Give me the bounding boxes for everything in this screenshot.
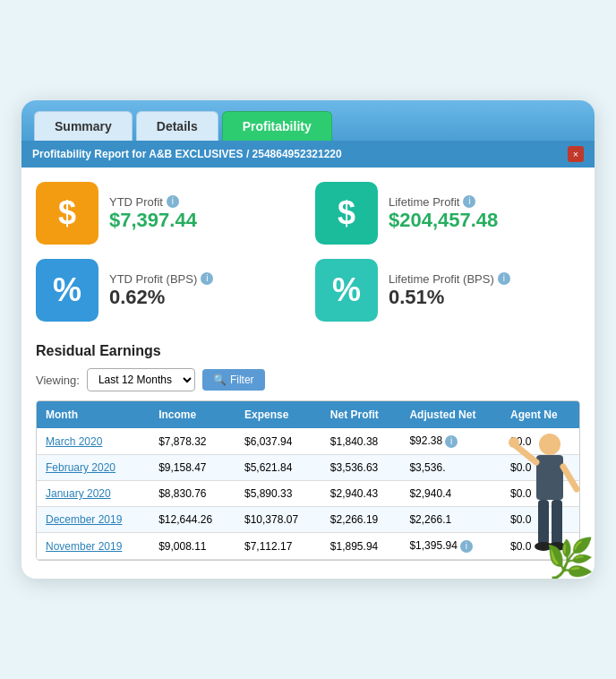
table-header-row: Month Income Expense Net Profit Adjusted… xyxy=(37,401,579,428)
lifetime-bps-value: 0.51% xyxy=(389,286,510,309)
lifetime-profit-info-icon[interactable]: i xyxy=(463,195,475,208)
cell-income: $9,008.11 xyxy=(150,533,235,560)
ytd-bps-info-icon[interactable]: i xyxy=(201,272,213,285)
viewing-row: Viewing: Last 12 Months Last 6 Months Th… xyxy=(21,365,595,400)
viewing-label: Viewing: xyxy=(36,374,80,387)
cell-month: December 2019 xyxy=(37,507,150,533)
ytd-profit-icon: $ xyxy=(36,182,98,245)
filter-icon: 🔍 xyxy=(213,374,227,386)
cell-expense: $7,112.17 xyxy=(235,533,321,560)
adjusted-net-info-icon[interactable]: i xyxy=(445,435,458,448)
table-row: March 2020$7,878.32$6,037.94$1,840.38$92… xyxy=(37,428,579,455)
filter-button[interactable]: 🔍 Filter xyxy=(202,369,265,391)
lifetime-profit-icon: $ xyxy=(315,182,378,245)
residual-section-title: Residual Earnings xyxy=(21,336,595,365)
table-row: January 2020$8,830.76$5,890.33$2,940.43$… xyxy=(37,481,579,507)
lifetime-bps-info: Lifetime Profit (BPS) i 0.51% xyxy=(389,272,510,309)
cell-agent-net: $0.0 xyxy=(501,507,579,533)
month-link[interactable]: November 2019 xyxy=(46,540,122,553)
lifetime-profit-label: Lifetime Profit i xyxy=(389,195,498,209)
lifetime-profit-card: $ Lifetime Profit i $204,457.48 xyxy=(315,182,580,245)
cell-net-profit: $3,536.63 xyxy=(321,455,401,481)
ytd-bps-label: YTD Profit (BPS) i xyxy=(109,272,213,286)
report-header-text: Profitability Report for A&B EXCLUSIVES … xyxy=(32,148,342,160)
lifetime-bps-info-icon[interactable]: i xyxy=(498,272,510,285)
cell-adjusted-net: $2,940.4 xyxy=(400,481,501,507)
cell-expense: $10,378.07 xyxy=(235,507,321,533)
col-net-profit: Net Profit xyxy=(321,401,401,428)
cell-net-profit: $1,895.94 xyxy=(321,533,401,560)
lifetime-bps-card: % Lifetime Profit (BPS) i 0.51% xyxy=(315,259,580,322)
cell-expense: $5,890.33 xyxy=(235,481,321,507)
tab-profitability[interactable]: Profitability xyxy=(222,111,332,141)
cell-month: February 2020 xyxy=(37,455,150,481)
month-link[interactable]: December 2019 xyxy=(46,513,122,526)
ytd-profit-label: YTD Profit i xyxy=(109,195,197,209)
month-link[interactable]: January 2020 xyxy=(46,487,111,500)
ytd-profit-card: $ YTD Profit i $7,397.44 xyxy=(36,182,301,245)
viewing-select[interactable]: Last 12 Months Last 6 Months This Year A… xyxy=(87,368,195,391)
cell-adjusted-net: $92.38i xyxy=(400,428,501,455)
cell-net-profit: $2,940.43 xyxy=(321,481,401,507)
report-header-bar: Profitability Report for A&B EXCLUSIVES … xyxy=(21,141,595,168)
cell-net-profit: $2,266.19 xyxy=(321,507,401,533)
cell-adjusted-net: $1,395.94i xyxy=(400,533,501,560)
tab-summary[interactable]: Summary xyxy=(34,111,133,141)
table-row: February 2020$9,158.47$5,621.84$3,536.63… xyxy=(37,455,579,481)
table-row: December 2019$12,644.26$10,378.07$2,266.… xyxy=(37,507,579,533)
cell-month: January 2020 xyxy=(37,481,150,507)
lifetime-bps-label: Lifetime Profit (BPS) i xyxy=(389,272,510,286)
cell-adjusted-net: $2,266.1 xyxy=(400,507,501,533)
main-card: Summary Details Profitability Profitabil… xyxy=(21,100,595,579)
col-adjusted-net: Adjusted Net xyxy=(400,401,501,428)
cell-income: $9,158.47 xyxy=(150,455,235,481)
ytd-bps-icon: % xyxy=(36,259,98,322)
profit-cards-section: $ YTD Profit i $7,397.44 $ Lifetime Prof… xyxy=(21,168,595,336)
cell-month: November 2019 xyxy=(37,533,150,560)
cell-expense: $5,621.84 xyxy=(235,455,321,481)
close-button[interactable]: × xyxy=(568,146,584,162)
col-income: Income xyxy=(150,401,235,428)
earnings-table: Month Income Expense Net Profit Adjusted… xyxy=(37,401,579,560)
ytd-bps-info: YTD Profit (BPS) i 0.62% xyxy=(109,272,213,309)
col-month: Month xyxy=(37,401,150,428)
tab-details[interactable]: Details xyxy=(136,111,218,141)
ytd-profit-info-icon[interactable]: i xyxy=(167,195,179,208)
lifetime-profit-info: Lifetime Profit i $204,457.48 xyxy=(389,195,498,232)
adjusted-net-info-icon[interactable]: i xyxy=(460,540,473,553)
month-link[interactable]: February 2020 xyxy=(46,461,116,474)
cell-month: March 2020 xyxy=(37,428,150,455)
lifetime-profit-value: $204,457.48 xyxy=(389,209,498,232)
cell-agent-net: $0.0 xyxy=(501,481,579,507)
cell-income: $12,644.26 xyxy=(150,507,235,533)
cell-income: $7,878.32 xyxy=(150,428,235,455)
lifetime-bps-icon: % xyxy=(315,259,378,322)
cell-agent-net: $0.0 xyxy=(501,455,579,481)
ytd-profit-info: YTD Profit i $7,397.44 xyxy=(109,195,197,232)
ytd-bps-card: % YTD Profit (BPS) i 0.62% xyxy=(36,259,301,322)
cell-adjusted-net: $3,536. xyxy=(400,455,501,481)
col-expense: Expense xyxy=(235,401,321,428)
cell-expense: $6,037.94 xyxy=(235,428,321,455)
cell-agent-net: $0.0 xyxy=(501,533,579,560)
ytd-profit-value: $7,397.44 xyxy=(109,209,197,232)
table-row: November 2019$9,008.11$7,112.17$1,895.94… xyxy=(37,533,579,560)
ytd-bps-value: 0.62% xyxy=(109,286,213,309)
col-agent-net: Agent Ne xyxy=(501,401,579,428)
cell-income: $8,830.76 xyxy=(150,481,235,507)
month-link[interactable]: March 2020 xyxy=(46,435,102,448)
cell-net-profit: $1,840.38 xyxy=(321,428,401,455)
earnings-table-wrap: Month Income Expense Net Profit Adjusted… xyxy=(36,400,580,561)
tab-bar: Summary Details Profitability xyxy=(21,100,595,141)
cell-agent-net: $0.0 xyxy=(501,428,579,455)
